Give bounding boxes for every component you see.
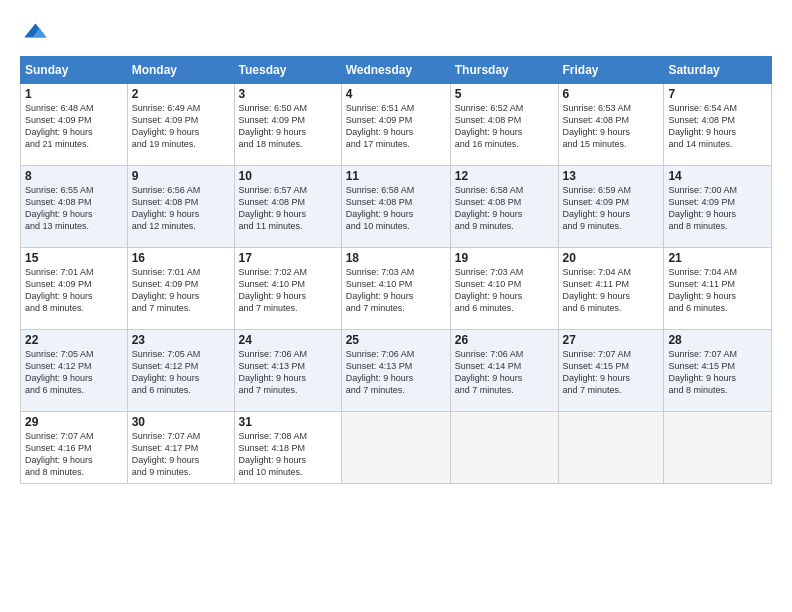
calendar-cell: 26 Sunrise: 7:06 AMSunset: 4:14 PMDaylig…: [450, 330, 558, 412]
day-number: 28: [668, 333, 767, 347]
calendar-cell: [558, 412, 664, 484]
calendar-cell: 15 Sunrise: 7:01 AMSunset: 4:09 PMDaylig…: [21, 248, 128, 330]
calendar-cell: 7 Sunrise: 6:54 AMSunset: 4:08 PMDayligh…: [664, 84, 772, 166]
day-info: Sunrise: 7:07 AMSunset: 4:17 PMDaylight:…: [132, 431, 201, 477]
logo: [20, 18, 52, 46]
day-info: Sunrise: 6:49 AMSunset: 4:09 PMDaylight:…: [132, 103, 201, 149]
calendar-cell: 12 Sunrise: 6:58 AMSunset: 4:08 PMDaylig…: [450, 166, 558, 248]
day-info: Sunrise: 7:00 AMSunset: 4:09 PMDaylight:…: [668, 185, 737, 231]
day-number: 16: [132, 251, 230, 265]
day-number: 29: [25, 415, 123, 429]
day-number: 27: [563, 333, 660, 347]
weekday-header-saturday: Saturday: [664, 57, 772, 84]
calendar-cell: 18 Sunrise: 7:03 AMSunset: 4:10 PMDaylig…: [341, 248, 450, 330]
calendar-cell: 25 Sunrise: 7:06 AMSunset: 4:13 PMDaylig…: [341, 330, 450, 412]
day-number: 24: [239, 333, 337, 347]
weekday-header-sunday: Sunday: [21, 57, 128, 84]
calendar-cell: 6 Sunrise: 6:53 AMSunset: 4:08 PMDayligh…: [558, 84, 664, 166]
calendar-cell: 28 Sunrise: 7:07 AMSunset: 4:15 PMDaylig…: [664, 330, 772, 412]
page: SundayMondayTuesdayWednesdayThursdayFrid…: [0, 0, 792, 612]
calendar-cell: 20 Sunrise: 7:04 AMSunset: 4:11 PMDaylig…: [558, 248, 664, 330]
calendar-cell: 5 Sunrise: 6:52 AMSunset: 4:08 PMDayligh…: [450, 84, 558, 166]
day-info: Sunrise: 6:48 AMSunset: 4:09 PMDaylight:…: [25, 103, 94, 149]
weekday-header-friday: Friday: [558, 57, 664, 84]
day-info: Sunrise: 6:51 AMSunset: 4:09 PMDaylight:…: [346, 103, 415, 149]
calendar-cell: 21 Sunrise: 7:04 AMSunset: 4:11 PMDaylig…: [664, 248, 772, 330]
day-number: 15: [25, 251, 123, 265]
calendar-cell: 19 Sunrise: 7:03 AMSunset: 4:10 PMDaylig…: [450, 248, 558, 330]
calendar-cell: [450, 412, 558, 484]
day-number: 25: [346, 333, 446, 347]
day-number: 14: [668, 169, 767, 183]
calendar-cell: 13 Sunrise: 6:59 AMSunset: 4:09 PMDaylig…: [558, 166, 664, 248]
day-number: 5: [455, 87, 554, 101]
calendar-cell: 30 Sunrise: 7:07 AMSunset: 4:17 PMDaylig…: [127, 412, 234, 484]
day-number: 18: [346, 251, 446, 265]
day-info: Sunrise: 7:01 AMSunset: 4:09 PMDaylight:…: [25, 267, 94, 313]
calendar-table: SundayMondayTuesdayWednesdayThursdayFrid…: [20, 56, 772, 484]
calendar-cell: 17 Sunrise: 7:02 AMSunset: 4:10 PMDaylig…: [234, 248, 341, 330]
day-number: 12: [455, 169, 554, 183]
day-info: Sunrise: 7:08 AMSunset: 4:18 PMDaylight:…: [239, 431, 308, 477]
day-number: 4: [346, 87, 446, 101]
day-info: Sunrise: 7:04 AMSunset: 4:11 PMDaylight:…: [563, 267, 632, 313]
day-info: Sunrise: 7:07 AMSunset: 4:15 PMDaylight:…: [563, 349, 632, 395]
calendar-cell: 29 Sunrise: 7:07 AMSunset: 4:16 PMDaylig…: [21, 412, 128, 484]
day-info: Sunrise: 6:58 AMSunset: 4:08 PMDaylight:…: [346, 185, 415, 231]
day-info: Sunrise: 7:02 AMSunset: 4:10 PMDaylight:…: [239, 267, 308, 313]
calendar-cell: 8 Sunrise: 6:55 AMSunset: 4:08 PMDayligh…: [21, 166, 128, 248]
day-number: 11: [346, 169, 446, 183]
day-info: Sunrise: 7:06 AMSunset: 4:13 PMDaylight:…: [346, 349, 415, 395]
calendar-cell: [664, 412, 772, 484]
calendar-cell: [341, 412, 450, 484]
header: [20, 18, 772, 46]
day-info: Sunrise: 7:03 AMSunset: 4:10 PMDaylight:…: [346, 267, 415, 313]
day-info: Sunrise: 7:05 AMSunset: 4:12 PMDaylight:…: [25, 349, 94, 395]
day-number: 22: [25, 333, 123, 347]
calendar-cell: 4 Sunrise: 6:51 AMSunset: 4:09 PMDayligh…: [341, 84, 450, 166]
day-info: Sunrise: 7:07 AMSunset: 4:15 PMDaylight:…: [668, 349, 737, 395]
calendar-header-row: SundayMondayTuesdayWednesdayThursdayFrid…: [21, 57, 772, 84]
day-info: Sunrise: 6:53 AMSunset: 4:08 PMDaylight:…: [563, 103, 632, 149]
calendar-week-4: 22 Sunrise: 7:05 AMSunset: 4:12 PMDaylig…: [21, 330, 772, 412]
day-number: 1: [25, 87, 123, 101]
weekday-header-tuesday: Tuesday: [234, 57, 341, 84]
weekday-header-wednesday: Wednesday: [341, 57, 450, 84]
day-info: Sunrise: 7:06 AMSunset: 4:14 PMDaylight:…: [455, 349, 524, 395]
day-number: 17: [239, 251, 337, 265]
calendar-cell: 31 Sunrise: 7:08 AMSunset: 4:18 PMDaylig…: [234, 412, 341, 484]
calendar-cell: 1 Sunrise: 6:48 AMSunset: 4:09 PMDayligh…: [21, 84, 128, 166]
calendar-week-2: 8 Sunrise: 6:55 AMSunset: 4:08 PMDayligh…: [21, 166, 772, 248]
day-info: Sunrise: 7:01 AMSunset: 4:09 PMDaylight:…: [132, 267, 201, 313]
day-info: Sunrise: 7:05 AMSunset: 4:12 PMDaylight:…: [132, 349, 201, 395]
day-info: Sunrise: 6:54 AMSunset: 4:08 PMDaylight:…: [668, 103, 737, 149]
calendar-week-5: 29 Sunrise: 7:07 AMSunset: 4:16 PMDaylig…: [21, 412, 772, 484]
weekday-header-monday: Monday: [127, 57, 234, 84]
day-number: 26: [455, 333, 554, 347]
day-number: 30: [132, 415, 230, 429]
day-number: 19: [455, 251, 554, 265]
day-number: 31: [239, 415, 337, 429]
day-number: 2: [132, 87, 230, 101]
logo-icon: [20, 18, 48, 46]
calendar-cell: 3 Sunrise: 6:50 AMSunset: 4:09 PMDayligh…: [234, 84, 341, 166]
day-info: Sunrise: 7:03 AMSunset: 4:10 PMDaylight:…: [455, 267, 524, 313]
calendar-cell: 16 Sunrise: 7:01 AMSunset: 4:09 PMDaylig…: [127, 248, 234, 330]
day-number: 7: [668, 87, 767, 101]
calendar-cell: 10 Sunrise: 6:57 AMSunset: 4:08 PMDaylig…: [234, 166, 341, 248]
day-number: 21: [668, 251, 767, 265]
calendar-cell: 24 Sunrise: 7:06 AMSunset: 4:13 PMDaylig…: [234, 330, 341, 412]
day-number: 8: [25, 169, 123, 183]
day-info: Sunrise: 7:04 AMSunset: 4:11 PMDaylight:…: [668, 267, 737, 313]
day-info: Sunrise: 6:59 AMSunset: 4:09 PMDaylight:…: [563, 185, 632, 231]
day-info: Sunrise: 7:07 AMSunset: 4:16 PMDaylight:…: [25, 431, 94, 477]
day-number: 6: [563, 87, 660, 101]
calendar-cell: 23 Sunrise: 7:05 AMSunset: 4:12 PMDaylig…: [127, 330, 234, 412]
calendar-cell: 9 Sunrise: 6:56 AMSunset: 4:08 PMDayligh…: [127, 166, 234, 248]
calendar-week-3: 15 Sunrise: 7:01 AMSunset: 4:09 PMDaylig…: [21, 248, 772, 330]
day-info: Sunrise: 7:06 AMSunset: 4:13 PMDaylight:…: [239, 349, 308, 395]
calendar-cell: 11 Sunrise: 6:58 AMSunset: 4:08 PMDaylig…: [341, 166, 450, 248]
day-number: 23: [132, 333, 230, 347]
day-number: 10: [239, 169, 337, 183]
calendar-cell: 14 Sunrise: 7:00 AMSunset: 4:09 PMDaylig…: [664, 166, 772, 248]
